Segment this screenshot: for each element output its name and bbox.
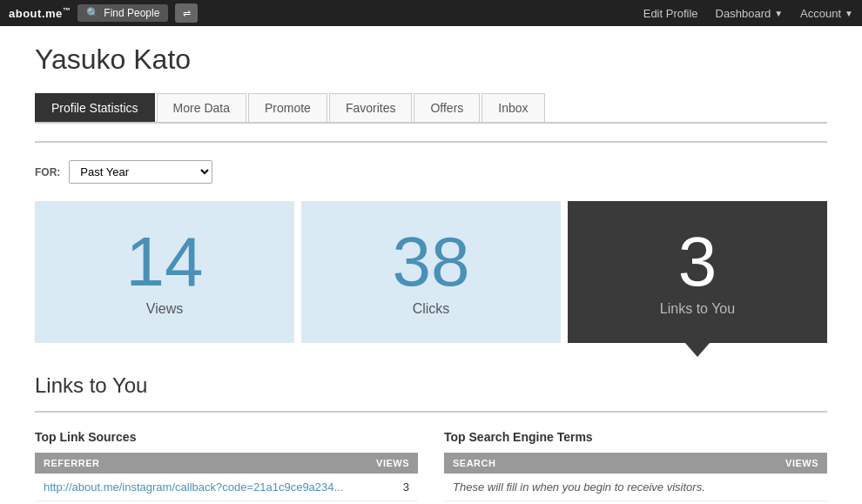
tab-promote[interactable]: Promote <box>248 93 327 122</box>
table-header-row: REFERRER VIEWS <box>35 453 418 474</box>
tab-inbox[interactable]: Inbox <box>482 93 544 122</box>
search-views-col-header: VIEWS <box>653 453 827 474</box>
referrer-views-cell: 3 <box>366 474 418 501</box>
top-divider <box>35 141 827 143</box>
views-number: 14 <box>126 227 204 297</box>
navbar: about.me™ 🔍 Find People ⇌ Edit Profile D… <box>0 0 862 26</box>
search-icon: 🔍 <box>86 7 99 19</box>
top-search-terms-table: SEARCH VIEWS These will fill in when you… <box>444 453 827 501</box>
brand-logo: about.me™ <box>9 6 71 20</box>
clicks-card: 38 Clicks <box>301 201 561 343</box>
shuffle-button[interactable]: ⇌ <box>175 3 198 23</box>
top-search-terms-col: Top Search Engine Terms SEARCH VIEWS The… <box>444 430 827 501</box>
shuffle-icon: ⇌ <box>183 8 191 19</box>
table-row: http://about.me/instagram/callback?code=… <box>35 474 418 501</box>
page-title: Yasuko Kato <box>35 44 827 76</box>
links-divider <box>35 411 827 413</box>
links-card: 3 Links to You <box>568 201 827 343</box>
referrer-link[interactable]: http://about.me/instagram/callback?code=… <box>44 480 343 494</box>
for-label: FOR: <box>35 166 60 178</box>
top-link-sources-col: Top Link Sources REFERRER VIEWS http://a… <box>35 430 418 501</box>
links-title: Links to You <box>35 373 827 398</box>
search-placeholder-text: These will fill in when you begin to rec… <box>453 480 705 494</box>
tab-offers[interactable]: Offers <box>414 93 480 122</box>
dashboard-caret-icon: ▼ <box>774 9 783 18</box>
period-select[interactable]: Past Year Past Month Past Week All Time <box>69 160 212 184</box>
views-label: Views <box>146 301 183 317</box>
views-col-header: VIEWS <box>366 453 418 474</box>
top-search-terms-title: Top Search Engine Terms <box>444 430 827 444</box>
navbar-right: Edit Profile Dashboard ▼ Account ▼ <box>643 7 853 20</box>
stats-row: 14 Views 38 Clicks 3 Links to You <box>35 201 827 343</box>
edit-profile-link[interactable]: Edit Profile <box>643 7 698 20</box>
tab-bar: Profile Statistics More Data Promote Fav… <box>35 93 827 124</box>
navbar-left: about.me™ 🔍 Find People ⇌ <box>9 3 198 23</box>
clicks-label: Clicks <box>413 301 450 317</box>
tab-favorites[interactable]: Favorites <box>329 93 413 122</box>
main-content: Yasuko Kato Profile Statistics More Data… <box>0 26 862 504</box>
search-placeholder-cell: These will fill in when you begin to rec… <box>444 474 827 501</box>
top-link-sources-table: REFERRER VIEWS http://about.me/instagram… <box>35 453 418 501</box>
account-dropdown[interactable]: Account ▼ <box>800 7 853 20</box>
views-card: 14 Views <box>35 201 294 343</box>
links-label: Links to You <box>660 301 735 317</box>
referrer-cell: http://about.me/instagram/callback?code=… <box>35 474 366 501</box>
dashboard-dropdown[interactable]: Dashboard ▼ <box>716 7 784 20</box>
links-columns: Top Link Sources REFERRER VIEWS http://a… <box>35 430 827 501</box>
search-col-header: SEARCH <box>444 453 653 474</box>
search-placeholder-row: These will fill in when you begin to rec… <box>444 474 827 501</box>
clicks-number: 38 <box>393 227 470 297</box>
referrer-col-header: REFERRER <box>35 453 366 474</box>
top-link-sources-title: Top Link Sources <box>35 430 418 444</box>
for-row: FOR: Past Year Past Month Past Week All … <box>35 160 827 184</box>
links-number: 3 <box>678 227 717 297</box>
account-caret-icon: ▼ <box>845 9 853 18</box>
links-section: Links to You Top Link Sources REFERRER V… <box>35 373 827 501</box>
tab-profile-statistics[interactable]: Profile Statistics <box>35 93 155 122</box>
find-people-button[interactable]: 🔍 Find People <box>77 4 168 22</box>
search-table-header-row: SEARCH VIEWS <box>444 453 827 474</box>
tab-more-data[interactable]: More Data <box>157 93 246 122</box>
